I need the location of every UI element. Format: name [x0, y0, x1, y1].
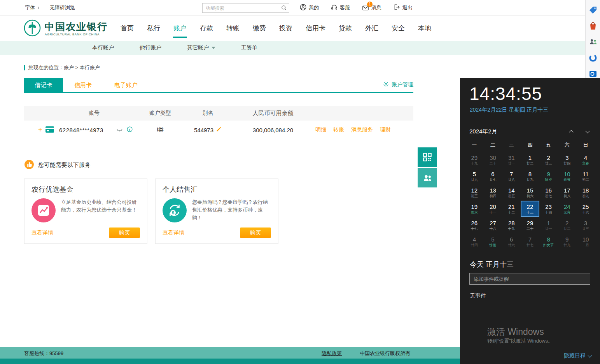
- nav-item-10[interactable]: 安全: [391, 23, 406, 34]
- nav-item-3[interactable]: 存款: [199, 23, 214, 34]
- calendar-day[interactable]: 20十一: [484, 201, 502, 217]
- calendar-day[interactable]: 5惊蛰: [484, 233, 502, 250]
- font-size-control[interactable]: 字体+: [25, 4, 40, 11]
- subnav-item-3[interactable]: 工资单: [241, 44, 257, 51]
- nav-item-7[interactable]: 信用卡: [305, 23, 326, 34]
- calendar-day[interactable]: 8廿九: [521, 168, 539, 184]
- calendar-day[interactable]: 31廿一: [502, 152, 521, 168]
- calendar-day[interactable]: 24元宵: [558, 201, 576, 217]
- contacts-icon[interactable]: [588, 37, 598, 47]
- qr-code-button[interactable]: [418, 147, 437, 167]
- calendar-day[interactable]: 1廿一: [539, 217, 558, 233]
- tab-1[interactable]: 信用卡: [63, 78, 103, 92]
- subnav-item-1[interactable]: 他行账户: [140, 44, 161, 51]
- shopping-tag-icon[interactable]: [588, 5, 598, 15]
- tab-0[interactable]: 借记卡: [24, 78, 63, 92]
- prev-month-button[interactable]: [568, 128, 574, 135]
- breadcrumb-bar: [24, 65, 25, 70]
- calendar-day[interactable]: 11初二: [576, 168, 595, 184]
- calendar-day[interactable]: 13初四: [484, 184, 502, 201]
- nav-item-4[interactable]: 转账: [226, 23, 240, 34]
- calendar-day[interactable]: 19雨水: [465, 201, 484, 217]
- calendar-day[interactable]: 2廿二: [558, 217, 576, 233]
- view-details-link[interactable]: 查看详情: [163, 229, 184, 236]
- calendar-day[interactable]: 4立春: [576, 152, 595, 168]
- account-manage-button[interactable]: 账户管理: [383, 81, 413, 92]
- calendar-day[interactable]: 29二十: [521, 217, 539, 233]
- swirl-app-icon[interactable]: [588, 53, 598, 63]
- account-action-1[interactable]: 转账: [333, 126, 344, 133]
- nav-item-6[interactable]: 投资: [278, 23, 293, 34]
- calendar-day[interactable]: 7廿八: [502, 168, 521, 184]
- edit-alias-icon[interactable]: [216, 126, 222, 133]
- calendar-day[interactable]: 25十六: [576, 201, 595, 217]
- calendar-day[interactable]: 3廿四: [558, 152, 576, 168]
- search-icon[interactable]: [279, 4, 289, 12]
- calendar-day[interactable]: 7廿七: [521, 233, 539, 250]
- nav-item-0[interactable]: 首页: [120, 23, 135, 34]
- view-details-link[interactable]: 查看详情: [31, 229, 53, 236]
- hide-balance-eye-icon[interactable]: [116, 126, 123, 134]
- next-month-button[interactable]: [584, 128, 591, 135]
- shopping-bag-icon[interactable]: [588, 21, 598, 31]
- calendar-day[interactable]: 10春节: [558, 168, 576, 184]
- calendar-day[interactable]: 4廿四: [465, 233, 484, 250]
- calendar-day[interactable]: 12初三: [465, 184, 484, 201]
- calendar-day[interactable]: 16初七: [539, 184, 558, 201]
- calendar-day[interactable]: 10二月: [576, 233, 595, 250]
- calendar-day[interactable]: 23十四: [539, 201, 558, 217]
- calendar-day[interactable]: 18初九: [576, 184, 595, 201]
- search-input[interactable]: [203, 5, 279, 11]
- calendar-day[interactable]: 6廿七: [484, 168, 502, 184]
- calendar-day[interactable]: 8妇女节: [539, 233, 558, 250]
- buy-button[interactable]: 购买: [109, 228, 140, 238]
- calendar-day[interactable]: 29十九: [465, 152, 484, 168]
- calendar-day[interactable]: 17初八: [558, 184, 576, 201]
- calendar-day[interactable]: 21十二: [502, 201, 521, 217]
- buy-button[interactable]: 购买: [240, 228, 271, 238]
- calendar-day[interactable]: 3廿三: [576, 217, 595, 233]
- today-label[interactable]: 今天 正月十三: [470, 260, 514, 269]
- messages-link[interactable]: 1 消息: [362, 4, 381, 12]
- nav-item-2[interactable]: 账户: [173, 23, 187, 34]
- clock-date-link[interactable]: 2024年2月22日 星期四 正月十三: [470, 107, 548, 114]
- nav-item-5[interactable]: 缴费: [252, 23, 267, 34]
- account-action-0[interactable]: 明细: [315, 126, 326, 133]
- hide-agenda-button[interactable]: 隐藏日程: [564, 352, 591, 359]
- calendar-day[interactable]: 9廿九: [558, 233, 576, 250]
- subnav-item-2[interactable]: 其它账户: [187, 44, 215, 51]
- month-label[interactable]: 2024年2月: [469, 128, 497, 135]
- privacy-policy-link[interactable]: 隐私政策: [322, 350, 342, 357]
- nav-item-11[interactable]: 本地: [417, 23, 432, 34]
- calendar-day[interactable]: 22十三: [521, 201, 539, 217]
- outlook-icon[interactable]: [588, 69, 598, 79]
- bank-logo[interactable]: 中国农业银行 AGRICULTURAL BANK OF CHINA: [23, 19, 108, 38]
- calendar-day[interactable]: 27十八: [484, 217, 502, 233]
- calendar-day[interactable]: 30二十: [484, 152, 502, 168]
- logout-link[interactable]: 退出: [393, 4, 413, 12]
- tab-2[interactable]: 电子账户: [103, 78, 149, 92]
- calendar-day[interactable]: 15初六: [521, 184, 539, 201]
- customer-service-link[interactable]: 客服: [331, 4, 350, 12]
- calendar-day[interactable]: 2廿三: [539, 152, 558, 168]
- add-event-input[interactable]: [469, 273, 590, 285]
- account-number: 622848****4973: [59, 127, 103, 133]
- subnav-item-0[interactable]: 本行账户: [92, 44, 114, 51]
- contacts-button[interactable]: [418, 168, 437, 187]
- account-action-3[interactable]: 理财: [380, 126, 391, 133]
- nav-item-9[interactable]: 外汇: [364, 23, 379, 34]
- my-profile-link[interactable]: 我的: [299, 4, 319, 12]
- info-icon[interactable]: [126, 126, 133, 134]
- expand-row-button[interactable]: +: [38, 127, 42, 133]
- calendar-day[interactable]: 28十九: [502, 217, 521, 233]
- nav-item-8[interactable]: 贷款: [338, 23, 353, 34]
- calendar-day[interactable]: 9除夕: [539, 168, 558, 184]
- calendar-day[interactable]: 14初五: [502, 184, 521, 201]
- accessibility-link[interactable]: 无障碍浏览: [50, 4, 75, 11]
- calendar-day[interactable]: 6廿六: [502, 233, 521, 250]
- account-action-2[interactable]: 消息服务: [351, 126, 373, 133]
- calendar-day[interactable]: 5廿六: [465, 168, 484, 184]
- calendar-day[interactable]: 26十七: [465, 217, 484, 233]
- nav-item-1[interactable]: 私行: [146, 23, 161, 34]
- calendar-day[interactable]: 1廿二: [521, 152, 539, 168]
